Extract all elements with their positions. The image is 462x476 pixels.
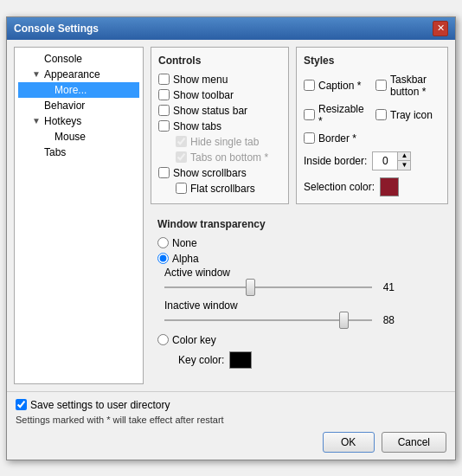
spin-down-button[interactable]: ▼ — [398, 161, 410, 170]
transparency-section: Window transparency None Alpha Active wi… — [151, 211, 448, 376]
right-panel: Controls Show menu Show toolbar Show sta… — [151, 47, 448, 384]
show-toolbar-row: Show toolbar — [158, 87, 281, 103]
cancel-button[interactable]: Cancel — [382, 432, 446, 453]
tabs-on-bottom-checkbox[interactable] — [176, 151, 187, 163]
key-color-label: Key color: — [178, 354, 224, 366]
alpha-radio-row: Alpha — [157, 251, 441, 267]
selection-color-swatch[interactable] — [380, 177, 399, 196]
tree-item-mouse[interactable]: Mouse — [18, 129, 139, 145]
show-scrollbars-row: Show scrollbars — [158, 165, 281, 181]
none-label: None — [172, 237, 197, 249]
show-tabs-checkbox[interactable] — [158, 120, 170, 132]
inactive-window-value: 88 — [377, 314, 395, 326]
ok-button[interactable]: OK — [323, 432, 375, 453]
show-scrollbars-checkbox[interactable] — [158, 167, 170, 178]
taskbar-button-label: Taskbar button * — [390, 74, 440, 98]
tray-icon-row: Tray icon — [375, 101, 440, 129]
tree-item-console[interactable]: Console — [18, 51, 139, 67]
title-bar: Console Settings ✕ — [7, 17, 455, 40]
tree-item-behavior[interactable]: Behavior — [18, 98, 139, 113]
resizable-row: Resizable * — [304, 101, 369, 129]
close-button[interactable]: ✕ — [433, 21, 448, 36]
caption-checkbox[interactable] — [304, 80, 315, 91]
show-toolbar-checkbox[interactable] — [158, 89, 170, 100]
border-row: Border * — [304, 131, 369, 146]
styles-title: Styles — [304, 55, 440, 67]
show-menu-checkbox[interactable] — [158, 74, 170, 85]
inactive-window-label: Inactive window — [164, 299, 441, 312]
tabs-on-bottom-label: Tabs on bottom * — [190, 151, 268, 164]
taskbar-button-row: Taskbar button * — [375, 72, 440, 100]
tray-icon-label: Tray icon — [390, 109, 433, 121]
flat-scrollbars-label: Flat scrollbars — [190, 183, 255, 195]
save-settings-checkbox[interactable] — [16, 399, 27, 410]
tree-label-hotkeys: Hotkeys — [44, 115, 81, 127]
tree-label-tabs: Tabs — [44, 146, 66, 158]
key-color-swatch[interactable] — [229, 351, 252, 369]
console-settings-window: Console Settings ✕ Console ▼ Appearance — [6, 16, 456, 460]
color-key-radio[interactable] — [157, 334, 169, 345]
tree-label-more: More... — [55, 84, 87, 96]
tree-item-tabs[interactable]: Tabs — [18, 145, 139, 160]
controls-section: Controls Show menu Show toolbar Show sta… — [151, 47, 289, 204]
tree-item-hotkeys[interactable]: ▼ Hotkeys — [18, 113, 139, 129]
none-radio[interactable] — [157, 237, 169, 248]
inactive-slider-row: 88 — [164, 313, 441, 327]
selection-color-label: Selection color: — [304, 181, 375, 193]
inside-border-input[interactable] — [373, 152, 397, 170]
active-window-label: Active window — [164, 267, 441, 279]
active-window-value: 41 — [377, 281, 395, 293]
show-menu-row: Show menu — [158, 72, 281, 87]
styles-grid: Caption * Taskbar button * Resizable * — [304, 72, 440, 146]
caption-label: Caption * — [318, 80, 361, 92]
border-checkbox[interactable] — [304, 132, 315, 144]
active-window-slider[interactable] — [164, 280, 372, 294]
taskbar-button-checkbox[interactable] — [375, 80, 387, 91]
controls-title: Controls — [158, 55, 281, 67]
none-radio-row: None — [157, 235, 441, 251]
selection-color-row: Selection color: — [304, 177, 440, 196]
main-content: Console ▼ Appearance More... Behavior — [7, 40, 455, 391]
key-color-row: Key color: — [157, 351, 441, 369]
show-tabs-label: Show tabs — [173, 120, 221, 132]
info-text: Settings marked with * will take effect … — [16, 415, 446, 425]
alpha-radio[interactable] — [157, 253, 169, 264]
tree-item-more[interactable]: More... — [18, 82, 139, 98]
window-title: Console Settings — [14, 23, 99, 35]
resizable-label: Resizable * — [318, 103, 369, 127]
show-tabs-row: Show tabs — [158, 119, 281, 134]
inactive-window-slider[interactable] — [164, 313, 372, 327]
inside-border-row: Inside border: ▲ ▼ — [304, 151, 440, 170]
active-slider-row: 41 — [164, 280, 441, 294]
spin-buttons: ▲ ▼ — [397, 152, 410, 170]
tree-item-appearance[interactable]: ▼ Appearance — [18, 67, 139, 82]
tray-icon-checkbox[interactable] — [375, 109, 387, 120]
styles-section: Styles Caption * Taskbar button * Res — [296, 47, 448, 204]
show-toolbar-label: Show toolbar — [173, 89, 234, 101]
bottom-bar: Save settings to user directory Settings… — [7, 391, 455, 460]
tree-label-mouse: Mouse — [55, 131, 86, 143]
inside-border-spinner: ▲ ▼ — [372, 151, 411, 170]
resizable-checkbox[interactable] — [304, 109, 315, 120]
save-settings-label: Save settings to user directory — [30, 399, 170, 411]
flat-scrollbars-checkbox[interactable] — [176, 183, 187, 194]
tree-panel: Console ▼ Appearance More... Behavior — [14, 47, 144, 384]
show-status-bar-checkbox[interactable] — [158, 105, 170, 116]
slider-section: Active window 41 Inactive window 88 — [157, 267, 441, 327]
hide-single-tab-row: Hide single tab — [158, 134, 281, 150]
save-row: Save settings to user directory — [16, 399, 446, 411]
caption-row: Caption * — [304, 72, 369, 100]
hide-single-tab-label: Hide single tab — [190, 136, 259, 148]
tabs-on-bottom-row: Tabs on bottom * — [158, 150, 281, 165]
expander-hotkeys: ▼ — [32, 116, 42, 125]
inside-border-label: Inside border: — [304, 155, 367, 167]
hide-single-tab-checkbox[interactable] — [176, 136, 187, 147]
color-key-radio-row: Color key — [157, 332, 441, 348]
show-status-bar-row: Show status bar — [158, 103, 281, 119]
tree-label-behavior: Behavior — [44, 100, 85, 112]
transparency-title: Window transparency — [157, 218, 441, 230]
alpha-label: Alpha — [172, 253, 199, 265]
spin-up-button[interactable]: ▲ — [398, 152, 410, 161]
top-row: Controls Show menu Show toolbar Show sta… — [151, 47, 448, 204]
button-row: OK Cancel — [16, 432, 446, 453]
